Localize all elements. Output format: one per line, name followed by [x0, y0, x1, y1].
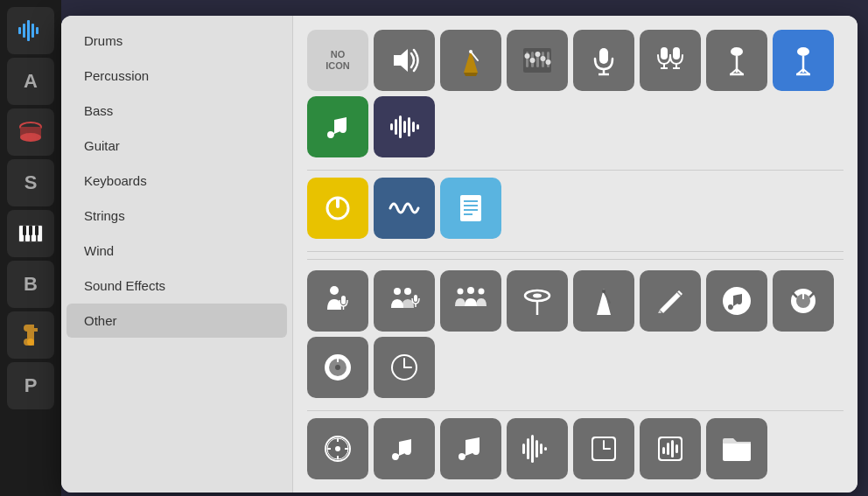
sidebar-item-letter-a[interactable]: A	[7, 58, 54, 105]
svg-point-39	[731, 47, 743, 56]
icon-row-4	[307, 418, 844, 492]
svg-rect-106	[544, 447, 547, 451]
icon-picker-panel: Drums Percussion Bass Guitar Keyboards S…	[61, 16, 858, 493]
svg-rect-55	[416, 124, 419, 129]
category-sidebar: Drums Percussion Bass Guitar Keyboards S…	[61, 16, 293, 493]
svg-rect-57	[336, 198, 340, 208]
icon-row-3	[307, 270, 844, 411]
icon-mixer[interactable]	[507, 30, 568, 91]
icon-waveform-dark[interactable]	[374, 96, 435, 157]
icon-power-yellow[interactable]	[307, 178, 368, 239]
category-item-wind[interactable]: Wind	[66, 234, 287, 268]
svg-rect-1	[23, 24, 25, 38]
icon-mic-stand-selected[interactable]	[773, 30, 834, 91]
svg-rect-49	[390, 123, 393, 130]
svg-point-70	[458, 289, 464, 295]
category-item-percussion[interactable]: Percussion	[66, 59, 287, 93]
icon-mixer2[interactable]	[773, 270, 834, 332]
svg-rect-68	[414, 295, 417, 302]
icon-singers-duo[interactable]	[374, 270, 435, 332]
icon-document-blue[interactable]	[440, 178, 501, 239]
svg-rect-102	[527, 438, 529, 459]
svg-point-29	[546, 59, 551, 65]
svg-point-44	[797, 47, 809, 56]
icon-singer-solo[interactable]	[307, 270, 368, 332]
svg-point-66	[394, 288, 401, 295]
svg-rect-51	[399, 115, 402, 138]
svg-rect-14	[29, 226, 32, 235]
svg-rect-0	[18, 27, 21, 34]
icon-pencil[interactable]	[640, 270, 701, 332]
icon-mic-double[interactable]	[640, 30, 701, 91]
svg-rect-113	[662, 447, 665, 454]
sidebar-item-letter-s[interactable]: S	[7, 159, 54, 206]
svg-rect-116	[676, 444, 678, 453]
svg-rect-53	[408, 117, 410, 136]
icon-mic-stand[interactable]	[706, 30, 767, 91]
icon-music-circle[interactable]	[706, 270, 767, 332]
sidebar-item-letter-p[interactable]: P	[7, 362, 54, 409]
svg-point-77	[602, 290, 606, 293]
sidebar-item-drums[interactable]	[7, 108, 54, 156]
category-item-keyboards[interactable]: Keyboards	[66, 164, 287, 198]
svg-rect-101	[522, 444, 525, 454]
svg-point-67	[404, 288, 411, 295]
svg-rect-33	[661, 47, 668, 59]
icon-clock[interactable]	[374, 337, 435, 398]
svg-point-26	[530, 58, 536, 63]
svg-point-27	[536, 52, 541, 57]
category-item-other[interactable]: Other	[66, 304, 287, 338]
svg-rect-3	[32, 24, 34, 38]
icon-grid: NO ICON	[293, 16, 858, 493]
icon-waveform2[interactable]	[507, 418, 568, 479]
left-sidebar: A S B P	[0, 0, 61, 496]
sidebar-item-letter-b[interactable]: B	[7, 261, 54, 308]
category-item-sound-effects[interactable]: Sound Effects	[66, 269, 287, 303]
icon-metronome[interactable]	[440, 30, 501, 91]
icon-no-icon[interactable]: NO ICON	[307, 30, 368, 91]
svg-point-25	[525, 53, 530, 59]
icon-waveform3[interactable]	[640, 418, 701, 479]
icon-music-note-green[interactable]	[307, 96, 368, 157]
icon-mic-single[interactable]	[573, 30, 634, 91]
icon-row-1: NO ICON	[307, 30, 844, 171]
icon-choir[interactable]	[440, 270, 501, 332]
svg-point-28	[541, 56, 546, 61]
sidebar-item-piano-keys[interactable]	[7, 210, 54, 257]
svg-rect-54	[412, 122, 415, 132]
svg-rect-115	[671, 440, 674, 458]
svg-point-74	[533, 294, 542, 298]
svg-rect-104	[536, 440, 538, 458]
icon-music-note3[interactable]	[440, 418, 501, 479]
sidebar-item-guitar[interactable]	[7, 311, 54, 359]
svg-rect-2	[27, 20, 30, 41]
svg-rect-36	[673, 47, 680, 59]
icon-cymbal[interactable]	[507, 270, 568, 332]
category-item-bass[interactable]: Bass	[66, 94, 287, 128]
icon-metronome2[interactable]	[573, 270, 634, 332]
icon-compass[interactable]	[307, 418, 368, 479]
svg-rect-105	[540, 444, 542, 454]
sidebar-item-waveform[interactable]	[7, 7, 54, 54]
svg-point-16	[27, 339, 34, 346]
svg-rect-58	[460, 195, 481, 221]
section-divider	[307, 259, 844, 260]
icon-music-note2[interactable]	[374, 418, 435, 479]
svg-rect-15	[35, 226, 38, 235]
svg-rect-13	[23, 226, 26, 235]
svg-point-100	[335, 446, 340, 451]
svg-rect-103	[531, 435, 534, 463]
svg-rect-114	[667, 443, 669, 455]
svg-point-7	[20, 133, 41, 142]
svg-point-18	[469, 50, 472, 53]
category-item-strings[interactable]: Strings	[66, 199, 287, 233]
icon-speaker[interactable]	[374, 30, 435, 91]
icon-waveform-wave[interactable]	[374, 178, 435, 239]
category-item-drums[interactable]: Drums	[66, 24, 287, 58]
icon-knob[interactable]	[307, 337, 368, 398]
category-item-guitar[interactable]: Guitar	[66, 129, 287, 163]
svg-rect-4	[36, 27, 38, 34]
svg-point-71	[467, 287, 474, 294]
icon-folder[interactable]	[706, 418, 767, 479]
icon-clock2[interactable]	[573, 418, 634, 479]
